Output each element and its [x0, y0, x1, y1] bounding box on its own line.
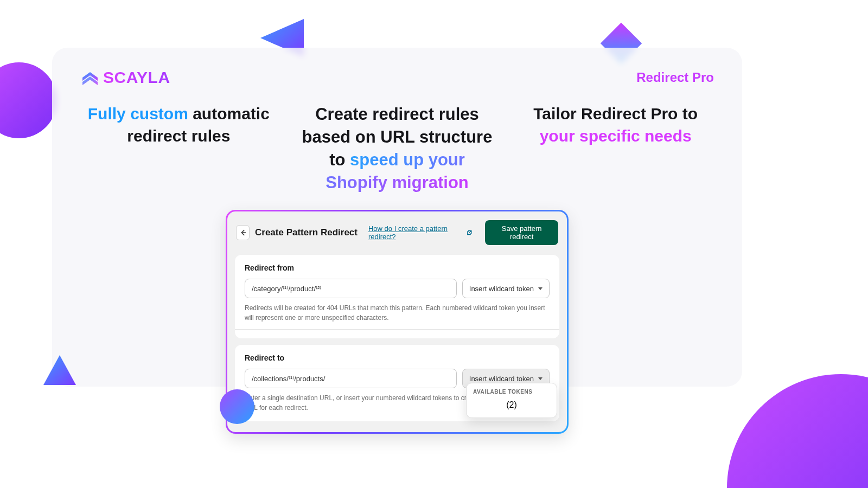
back-button[interactable] [236, 225, 250, 240]
bg-circle-top-left [0, 62, 57, 138]
help-link-text: How do I create a pattern redirect? [368, 224, 464, 241]
redirect-from-hint: Redirects will be created for 404 URLs t… [245, 304, 550, 323]
panel-title: Create Pattern Redirect [255, 227, 358, 238]
token-dropdown-item[interactable]: (2) [473, 400, 550, 410]
redirect-to-section: Redirect to Insert wildcard token Enter … [235, 345, 559, 421]
headline-right: Tailor Redirect Pro to your specific nee… [517, 103, 714, 194]
chevron-down-icon [538, 287, 542, 290]
external-link-icon [467, 229, 473, 236]
insert-token-from-button[interactable]: Insert wildcard token [462, 279, 550, 298]
redirect-from-label: Redirect from [245, 264, 550, 272]
headline-right-pre: Tailor Redirect Pro to [533, 105, 698, 123]
redirect-from-input[interactable] [245, 279, 457, 298]
brand-name: SCAYLA [103, 68, 170, 87]
svg-marker-2 [43, 355, 76, 385]
bg-circle-small [220, 389, 254, 424]
brand-logo: SCAYLA [80, 68, 170, 87]
headline-mid: Create redirect rules based on URL struc… [299, 103, 496, 194]
headline-left: Fully custom automatic redirect rules [80, 103, 277, 194]
pattern-redirect-panel-frame: Create Pattern Redirect How do I create … [226, 210, 569, 434]
insert-token-to-label: Insert wildcard token [469, 375, 534, 383]
chevron-down-icon [538, 377, 542, 380]
headline-right-accent: your specific needs [540, 127, 692, 145]
save-pattern-redirect-button[interactable]: Save pattern redirect [485, 220, 558, 245]
brand-icon [80, 69, 100, 86]
redirect-to-label: Redirect to [245, 354, 550, 362]
marketing-card: SCAYLA Redirect Pro Fully custom automat… [52, 48, 742, 387]
help-link[interactable]: How do I create a pattern redirect? [368, 224, 472, 241]
pattern-redirect-panel: Create Pattern Redirect How do I create … [227, 211, 567, 432]
headline-left-accent: Fully custom [88, 105, 188, 123]
token-dropdown-header: AVAILABLE TOKENS [473, 389, 550, 395]
redirect-to-input[interactable] [245, 369, 457, 388]
token-dropdown: AVAILABLE TOKENS (2) [466, 383, 557, 418]
bg-circle-bottom-right [727, 374, 868, 488]
arrow-left-icon [239, 229, 247, 236]
redirect-from-section: Redirect from Insert wildcard token Redi… [235, 255, 559, 338]
product-name: Redirect Pro [636, 70, 714, 85]
insert-token-from-label: Insert wildcard token [469, 285, 534, 293]
bg-triangle-bottom-left [38, 347, 81, 390]
